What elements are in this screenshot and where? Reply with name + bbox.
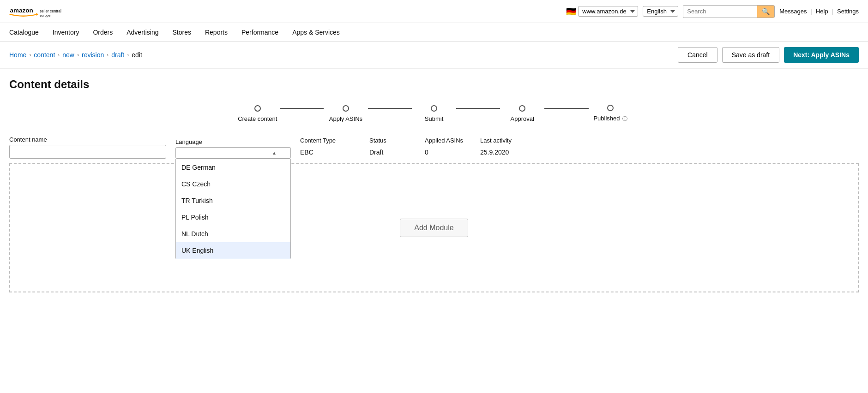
breadcrumb-revision[interactable]: revision (82, 51, 104, 59)
step-line-1 (280, 108, 324, 109)
content-name-group: Content name (9, 136, 166, 159)
content-form: Content name Language ▲ DE German CS Cze… (0, 136, 868, 159)
step-line-2 (368, 108, 412, 109)
step-create-content: Create content (235, 105, 280, 122)
save-draft-button[interactable]: Save as draft (722, 47, 780, 63)
svg-marker-1 (36, 13, 39, 16)
breadcrumb-home[interactable]: Home (9, 51, 26, 59)
step-label-2: Apply ASINs (329, 115, 362, 122)
messages-link[interactable]: Messages (779, 8, 807, 15)
dropdown-arrow-icon: ▲ (272, 150, 277, 155)
main-nav: Catalogue Inventory Orders Advertising S… (0, 23, 868, 42)
top-bar: amazon seller central europe 🇩🇪 www.amaz… (0, 0, 868, 23)
step-approval: Approval (500, 105, 544, 122)
lang-option-uk-english[interactable]: UK English (176, 242, 290, 259)
module-area: Add Module (9, 163, 859, 292)
step-label-3: Submit (425, 115, 443, 122)
step-circle-5 (607, 105, 614, 111)
step-line-4 (544, 108, 589, 109)
svg-text:amazon: amazon (10, 6, 33, 13)
add-module-button[interactable]: Add Module (400, 219, 468, 237)
step-published: Published ⓘ (589, 105, 633, 122)
step-submit: Submit (412, 105, 456, 122)
svg-text:europe: europe (40, 13, 50, 17)
content-type-group: Content Type EBC (300, 137, 360, 159)
breadcrumb-new[interactable]: new (62, 51, 74, 59)
language-dropdown-wrapper: ▲ DE German CS Czech TR Turkish PL Polis… (175, 147, 291, 159)
nav-reports[interactable]: Reports (205, 24, 228, 41)
step-line-3 (456, 108, 500, 109)
logo-area: amazon seller central europe (9, 3, 65, 20)
step-apply-asins: Apply ASINs (324, 105, 368, 122)
status-label: Status (369, 137, 416, 144)
help-link[interactable]: Help (816, 8, 828, 15)
action-buttons: Cancel Save as draft Next: Apply ASINs (678, 47, 859, 63)
breadcrumb-edit: edit (132, 51, 142, 59)
form-row: Content name Language ▲ DE German CS Cze… (9, 136, 859, 159)
svg-text:seller central: seller central (40, 9, 61, 13)
nav-inventory[interactable]: Inventory (53, 24, 79, 41)
step-circle-2 (343, 105, 349, 112)
lang-option-de-german[interactable]: DE German (176, 159, 290, 176)
lang-option-nl-dutch[interactable]: NL Dutch (176, 226, 290, 242)
content-name-input[interactable] (9, 145, 166, 159)
language-label: Language (175, 138, 291, 145)
last-activity-label: Last activity (480, 137, 859, 144)
progress-steps: Create content Apply ASINs Submit Approv… (0, 95, 868, 136)
applied-asins-label: Applied ASINs (425, 137, 471, 144)
language-dropdown-menu: DE German CS Czech TR Turkish PL Polish … (175, 159, 291, 259)
next-button[interactable]: Next: Apply ASINs (784, 47, 859, 63)
breadcrumb-draft[interactable]: draft (111, 51, 124, 59)
lang-option-tr-turkish[interactable]: TR Turkish (176, 192, 290, 209)
top-links: Messages | Help | Settings (779, 8, 859, 15)
language-select[interactable]: English (643, 6, 678, 17)
applied-asins-value: 0 (425, 146, 471, 159)
content-type-label: Content Type (300, 137, 360, 144)
step-circle-4 (519, 105, 525, 112)
step-label-1: Create content (238, 115, 277, 122)
settings-link[interactable]: Settings (837, 8, 859, 15)
breadcrumb-bar: Home › content › new › revision › draft … (0, 42, 868, 69)
step-label-4: Approval (511, 115, 534, 122)
content-name-label: Content name (9, 136, 166, 143)
nav-advertising[interactable]: Advertising (127, 24, 158, 41)
step-label-5: Published ⓘ (593, 115, 627, 122)
search-bar: 🔍 (683, 5, 775, 18)
nav-performance[interactable]: Performance (241, 24, 278, 41)
content-type-value: EBC (300, 146, 360, 159)
language-dropdown-trigger[interactable]: ▲ (175, 147, 291, 159)
status-group: Status Draft (369, 137, 416, 159)
breadcrumb: Home › content › new › revision › draft … (9, 51, 142, 59)
applied-asins-group: Applied ASINs 0 (425, 137, 471, 159)
lang-option-pl-polish[interactable]: PL Polish (176, 209, 290, 226)
steps-inner: Create content Apply ASINs Submit Approv… (235, 105, 633, 122)
step-circle-1 (254, 105, 261, 112)
amazon-logo: amazon seller central europe (9, 3, 65, 20)
cancel-button[interactable]: Cancel (678, 47, 717, 63)
nav-orders[interactable]: Orders (93, 24, 113, 41)
flag-store-selector: 🇩🇪 www.amazon.de (566, 6, 638, 17)
nav-stores[interactable]: Stores (172, 24, 191, 41)
flag-icon: 🇩🇪 (566, 8, 576, 15)
info-icon: ⓘ (622, 116, 627, 121)
top-right-controls: 🇩🇪 www.amazon.de English 🔍 Messages | He… (566, 5, 859, 18)
search-input[interactable] (683, 6, 757, 17)
store-select[interactable]: www.amazon.de (578, 6, 638, 17)
last-activity-group: Last activity 25.9.2020 (480, 137, 859, 159)
search-button[interactable]: 🔍 (757, 6, 774, 18)
breadcrumb-content[interactable]: content (34, 51, 55, 59)
lang-option-cs-czech[interactable]: CS Czech (176, 176, 290, 192)
status-value: Draft (369, 146, 416, 159)
language-group: Language ▲ DE German CS Czech TR Turkish… (175, 138, 291, 159)
nav-catalogue[interactable]: Catalogue (9, 24, 39, 41)
last-activity-value: 25.9.2020 (480, 146, 859, 159)
step-circle-3 (431, 105, 437, 112)
nav-apps-services[interactable]: Apps & Services (292, 24, 340, 41)
page-title: Content details (0, 69, 868, 95)
